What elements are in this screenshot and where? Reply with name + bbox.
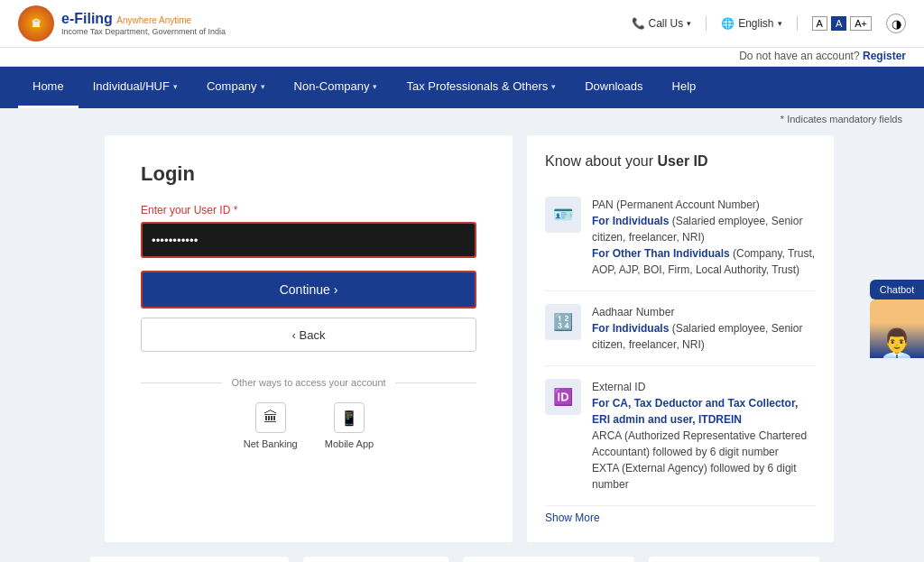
other-way-items: 🏛 Net Banking 📱 Mobile App [141, 402, 476, 449]
mobile-app-option[interactable]: 📱 Mobile App [325, 402, 374, 449]
top-bar: 🏛 e-Filing Anywhere Anytime Income Tax D… [0, 0, 924, 48]
top-right-controls: 📞 Call Us ▾ 🌐 English ▾ A A A+ ◑ [632, 14, 906, 33]
pan-title: PAN (Permanent Account Number) [592, 197, 816, 213]
sidebar-item-authenticate[interactable]: 📋 Authenticate Notice/Order issued by IT… [90, 557, 289, 562]
font-medium-button[interactable]: A [831, 16, 846, 31]
logo-text: e-Filing Anywhere Anytime Income Tax Dep… [61, 11, 226, 36]
pan-icon: 🪪 [545, 197, 581, 233]
nav-item-individual[interactable]: Individual/HUF ▾ [79, 67, 192, 108]
aadhaar-title: Aadhaar Number [592, 304, 816, 320]
mobile-app-icon: 📱 [334, 402, 365, 433]
know-item-external: 🆔 External ID For CA, Tax Deductor and T… [545, 366, 816, 506]
news-section: Date : 01-Jan-2023 News e-Pay Tax servic… [303, 557, 819, 562]
nav-item-company[interactable]: Company ▾ [192, 67, 280, 108]
font-large-button[interactable]: A+ [850, 16, 872, 31]
bottom-section: 📋 Authenticate Notice/Order issued by IT… [0, 549, 924, 562]
language-selector[interactable]: 🌐 English ▾ [721, 17, 781, 30]
user-id-label: Enter your User ID * [141, 204, 476, 217]
news-placeholder [303, 557, 448, 562]
aadhaar-icon: 🔢 [545, 304, 581, 340]
net-banking-icon: 🏛 [255, 402, 286, 433]
net-banking-option[interactable]: 🏛 Net Banking [244, 402, 298, 449]
show-more-link[interactable]: Show More [545, 511, 816, 524]
nav-item-downloads[interactable]: Downloads [570, 67, 657, 108]
main-nav: Home Individual/HUF ▾ Company ▾ Non-Comp… [0, 67, 924, 108]
know-item-aadhaar: 🔢 Aadhaar Number For Individuals (Salari… [545, 291, 816, 366]
logo-subtitle: Income Tax Department, Government of Ind… [61, 27, 226, 36]
know-user-id-panel: Know about your User ID 🪪 PAN (Permanent… [527, 135, 834, 542]
aadhaar-for-individuals: For Individuals [592, 322, 669, 335]
login-title: Login [141, 162, 476, 186]
font-size-controls: A A A+ [812, 16, 872, 31]
chevron-down-icon: ▾ [261, 82, 265, 91]
sidebar: 📋 Authenticate Notice/Order issued by IT… [90, 557, 289, 562]
news-card-2: Date : 17-Dec-2022 e-Campaign Campaign f… [649, 557, 819, 562]
chevron-down-icon: ▾ [173, 82, 178, 91]
globe-icon: 🌐 [721, 17, 735, 30]
chatbot-label[interactable]: Chatbot [870, 280, 924, 299]
font-small-button[interactable]: A [812, 16, 827, 31]
divider [797, 16, 798, 31]
other-ways-section: Other ways to access your account 🏛 Net … [141, 377, 476, 449]
chatbot-widget[interactable]: Chatbot 👨‍💼 [870, 280, 924, 358]
nav-item-help[interactable]: Help [658, 67, 711, 108]
external-id-title: External ID [592, 379, 816, 395]
user-id-input[interactable] [143, 224, 475, 256]
contrast-button[interactable]: ◑ [886, 14, 906, 33]
logo-emblem: 🏛 [18, 5, 54, 41]
chevron-down-icon: ▾ [551, 82, 556, 91]
chevron-down-icon: ▾ [687, 19, 691, 28]
know-item-pan: 🪪 PAN (Permanent Account Number) For Ind… [545, 184, 816, 291]
login-panel: Login Enter your User ID * Continue › ‹ … [105, 135, 513, 542]
mandatory-note: * Indicates mandatory fields [0, 108, 924, 128]
nav-item-non-company[interactable]: Non-Company ▾ [280, 67, 393, 108]
user-id-input-wrapper [141, 222, 476, 258]
news-card-1: Date : 01-Jan-2023 News e-Pay Tax servic… [463, 557, 633, 562]
nav-item-tax-professionals[interactable]: Tax Professionals & Others ▾ [392, 67, 570, 108]
know-title: Know about your User ID [545, 153, 816, 170]
nav-item-home[interactable]: Home [18, 67, 79, 108]
pan-for-individuals: For Individuals [592, 215, 669, 227]
call-us-button[interactable]: 📞 Call Us ▾ [632, 17, 692, 30]
external-id-icon: 🆔 [545, 379, 581, 415]
other-ways-label: Other ways to access your account [141, 377, 476, 388]
back-button[interactable]: ‹ Back [141, 318, 476, 352]
continue-button[interactable]: Continue › [141, 271, 476, 309]
register-bar: Do not have an account? Register [0, 48, 924, 67]
register-link[interactable]: Register [863, 50, 906, 62]
chevron-down-icon: ▾ [778, 19, 782, 28]
logo-area: 🏛 e-Filing Anywhere Anytime Income Tax D… [18, 5, 226, 41]
main-content: Login Enter your User ID * Continue › ‹ … [0, 128, 924, 549]
chatbot-figure: 👨‍💼 [870, 299, 924, 358]
external-id-for: For CA, Tax Deductor and Tax Collector, … [592, 397, 798, 426]
logo-efiling: e-Filing Anywhere Anytime [61, 11, 226, 27]
pan-for-others: For Other Than Individuals [592, 247, 730, 260]
phone-icon: 📞 [632, 17, 645, 30]
divider [706, 16, 707, 31]
chevron-down-icon: ▾ [373, 82, 377, 91]
